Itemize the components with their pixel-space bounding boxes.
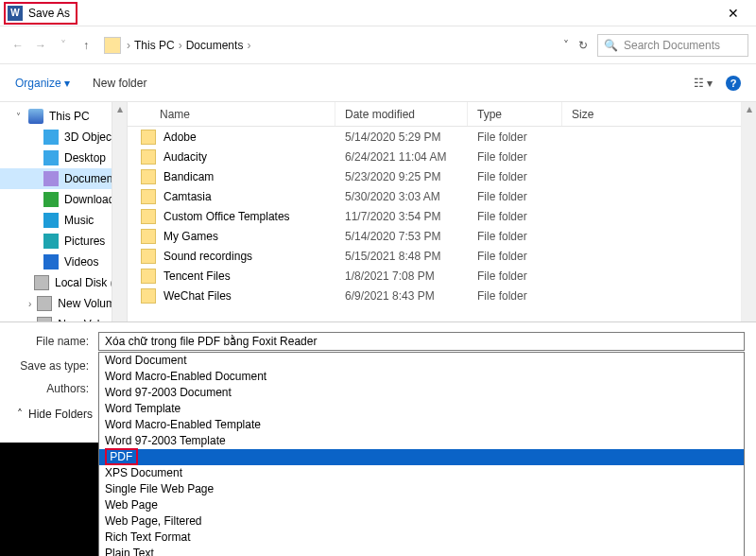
col-type[interactable]: Type bbox=[468, 102, 562, 126]
file-row[interactable]: Bandicam5/23/2020 9:25 PMFile folder bbox=[128, 166, 756, 186]
file-date: 1/8/2021 7:08 PM bbox=[335, 269, 468, 283]
file-name: Sound recordings bbox=[163, 250, 252, 263]
save-type-option[interactable]: XPS Document bbox=[99, 465, 744, 481]
save-type-option[interactable]: Web Page bbox=[99, 497, 744, 513]
toolbar: Organize ▾ New folder ☷ ▾ ? bbox=[0, 64, 756, 102]
file-name: Bandicam bbox=[163, 170, 214, 183]
tree-item[interactable]: ›New Volume (E:) bbox=[0, 314, 127, 321]
tree-item[interactable]: Desktop bbox=[0, 148, 127, 168]
nav-back-button[interactable]: ← bbox=[8, 39, 28, 52]
file-name-input[interactable]: Xóa chữ trong file PDF bằng Foxit Reader bbox=[98, 332, 745, 351]
word-app-icon: W bbox=[8, 6, 23, 21]
file-type: File folder bbox=[468, 190, 562, 203]
tree-item[interactable]: Music bbox=[0, 210, 127, 231]
address-dropdown-button[interactable]: ˅ bbox=[563, 39, 569, 52]
nav-tree: ˅ This PC 3D ObjectsDesktopDocumentsDown… bbox=[0, 102, 128, 321]
list-scrollbar[interactable]: ▴ bbox=[741, 102, 756, 321]
save-type-option[interactable]: Word 97-2003 Template bbox=[99, 433, 744, 449]
help-button[interactable]: ? bbox=[726, 76, 741, 91]
save-type-dropdown[interactable]: Word DocumentWord Macro-Enabled Document… bbox=[98, 352, 745, 556]
tree-item[interactable]: ›New Volume (D:) bbox=[0, 293, 127, 314]
tree-item-label: Music bbox=[64, 214, 94, 227]
save-type-option[interactable]: Word Macro-Enabled Template bbox=[99, 417, 744, 433]
file-name: Audacity bbox=[163, 150, 207, 164]
file-date: 5/23/2020 9:25 PM bbox=[335, 170, 468, 183]
file-row[interactable]: Sound recordings5/15/2021 8:48 PMFile fo… bbox=[128, 246, 756, 266]
file-date: 11/7/2020 3:54 PM bbox=[335, 210, 468, 223]
disk-icon bbox=[37, 296, 52, 311]
tree-item[interactable]: Pictures bbox=[0, 231, 127, 252]
file-row[interactable]: Custom Office Templates11/7/2020 3:54 PM… bbox=[128, 206, 756, 226]
tree-item[interactable]: Documents bbox=[0, 168, 127, 189]
tree-item[interactable]: Local Disk (C:) bbox=[0, 272, 127, 293]
title-highlight: W Save As bbox=[4, 2, 77, 25]
tree-item-label: Videos bbox=[64, 255, 98, 269]
file-name: My Games bbox=[163, 230, 218, 243]
file-date: 5/30/2020 3:03 AM bbox=[335, 190, 468, 203]
generic-icon bbox=[43, 130, 59, 145]
organize-menu[interactable]: Organize ▾ bbox=[15, 77, 70, 90]
option-highlight: PDF bbox=[105, 448, 138, 465]
save-type-option[interactable]: Word 97-2003 Document bbox=[99, 385, 744, 401]
address-folder-icon bbox=[104, 37, 121, 54]
generic-icon bbox=[43, 150, 59, 165]
close-button[interactable]: ✕ bbox=[718, 2, 748, 25]
col-name[interactable]: Name bbox=[128, 102, 335, 126]
folder-icon bbox=[141, 209, 156, 224]
save-type-option[interactable]: Word Template bbox=[99, 401, 744, 417]
file-date: 5/15/2021 8:48 PM bbox=[335, 250, 468, 263]
folder-icon bbox=[141, 130, 156, 145]
collapse-icon: ˅ bbox=[13, 112, 23, 122]
file-row[interactable]: My Games5/14/2020 7:53 PMFile folder bbox=[128, 226, 756, 246]
nav-recent-button[interactable]: ˅ bbox=[53, 39, 74, 52]
new-folder-button[interactable]: New folder bbox=[93, 77, 146, 90]
file-name: WeChat Files bbox=[163, 289, 232, 303]
search-input[interactable]: 🔍 Search Documents bbox=[597, 34, 748, 57]
save-type-option[interactable]: Rich Text Format bbox=[99, 530, 744, 546]
tree-item[interactable]: Downloads bbox=[0, 189, 127, 210]
doc-icon bbox=[43, 171, 59, 186]
tree-item-label: Desktop bbox=[64, 151, 106, 165]
nav-up-button[interactable]: ↑ bbox=[76, 39, 96, 52]
search-icon: 🔍 bbox=[604, 39, 618, 52]
file-row[interactable]: Adobe5/14/2020 5:29 PMFile folder bbox=[128, 127, 756, 147]
file-row[interactable]: Camtasia5/30/2020 3:03 AMFile folder bbox=[128, 186, 756, 206]
save-type-option[interactable]: Single File Web Page bbox=[99, 481, 744, 497]
file-list: Name Date modified Type Size Adobe5/14/2… bbox=[128, 102, 756, 321]
col-size[interactable]: Size bbox=[562, 102, 756, 126]
file-row[interactable]: Tencent Files1/8/2021 7:08 PMFile folder bbox=[128, 266, 756, 286]
breadcrumb-item[interactable]: This PC bbox=[134, 39, 175, 52]
column-headers[interactable]: Name Date modified Type Size bbox=[128, 102, 756, 127]
view-options-button[interactable]: ☷ ▾ bbox=[694, 77, 713, 90]
file-type: File folder bbox=[468, 250, 562, 263]
col-date[interactable]: Date modified bbox=[335, 102, 468, 126]
save-type-label: Save as type: bbox=[11, 359, 98, 373]
save-type-option[interactable]: Word Macro-Enabled Document bbox=[99, 369, 744, 385]
save-type-option[interactable]: Word Document bbox=[99, 353, 744, 369]
file-name: Tencent Files bbox=[163, 269, 231, 283]
save-type-option[interactable]: Plain Text bbox=[99, 546, 744, 556]
tree-item[interactable]: Videos bbox=[0, 252, 127, 272]
file-type: File folder bbox=[468, 150, 562, 164]
breadcrumb[interactable]: › This PC › Documents › bbox=[127, 39, 250, 52]
folder-icon bbox=[141, 169, 156, 184]
pic-icon bbox=[43, 234, 59, 249]
tree-root-this-pc[interactable]: ˅ This PC bbox=[0, 106, 127, 127]
chevron-right-icon: › bbox=[28, 320, 31, 322]
refresh-button[interactable]: ↻ bbox=[578, 39, 588, 52]
breadcrumb-item[interactable]: Documents bbox=[186, 39, 244, 52]
save-type-option[interactable]: PDF bbox=[99, 449, 744, 465]
file-row[interactable]: Audacity6/24/2021 11:04 AMFile folder bbox=[128, 147, 756, 166]
folder-icon bbox=[141, 269, 156, 284]
chevron-up-icon: ˄ bbox=[17, 408, 23, 421]
tree-item[interactable]: 3D Objects bbox=[0, 127, 127, 148]
nav-bar: ← → ˅ ↑ › This PC › Documents › ˅ ↻ 🔍 Se… bbox=[0, 26, 756, 64]
save-type-option[interactable]: Web Page, Filtered bbox=[99, 513, 744, 530]
folder-icon bbox=[141, 249, 156, 264]
folder-icon bbox=[141, 189, 156, 204]
file-row[interactable]: WeChat Files6/9/2021 8:43 PMFile folder bbox=[128, 286, 756, 305]
chevron-right-icon: › bbox=[28, 299, 31, 309]
tree-item-label: Pictures bbox=[64, 235, 105, 248]
sidebar-scrollbar[interactable]: ▴ bbox=[112, 102, 127, 321]
nav-forward-button[interactable]: → bbox=[30, 39, 51, 52]
